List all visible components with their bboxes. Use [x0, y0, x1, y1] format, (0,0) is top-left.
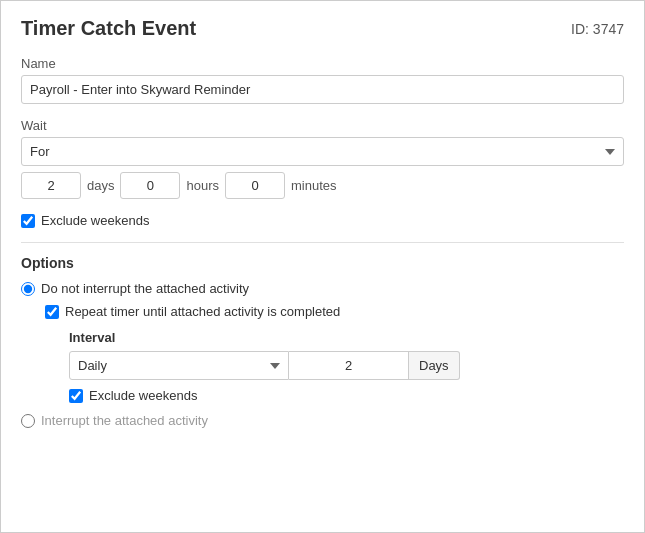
options-section: Options Do not interrupt the attached ac… — [21, 255, 624, 428]
exclude-weekends2-label: Exclude weekends — [89, 388, 197, 403]
name-label: Name — [21, 56, 624, 71]
days-input[interactable] — [21, 172, 81, 199]
exclude-weekends2-checkbox[interactable] — [69, 389, 83, 403]
exclude-weekends-label: Exclude weekends — [41, 213, 149, 228]
radio1-label: Do not interrupt the attached activity — [41, 281, 249, 296]
divider — [21, 242, 624, 243]
repeat-checkbox-row: Repeat timer until attached activity is … — [45, 304, 624, 319]
radio-no-interrupt[interactable] — [21, 282, 35, 296]
duration-row: days hours minutes — [21, 172, 624, 199]
wait-section: Wait For Until days hours minutes — [21, 118, 624, 199]
interval-number-input[interactable] — [289, 351, 409, 380]
exclude-weekends2-row: Exclude weekends — [69, 388, 624, 403]
header: Timer Catch Event ID: 3747 — [21, 17, 624, 40]
interval-block: Interval Daily Weekly Monthly Days Exclu… — [69, 329, 624, 403]
radio1-row: Do not interrupt the attached activity — [21, 281, 624, 296]
hours-label: hours — [186, 178, 219, 193]
minutes-input[interactable] — [225, 172, 285, 199]
id-label: ID: 3747 — [571, 21, 624, 37]
name-input[interactable] — [21, 75, 624, 104]
interval-row: Daily Weekly Monthly Days — [69, 351, 624, 380]
hours-input[interactable] — [120, 172, 180, 199]
options-title: Options — [21, 255, 624, 271]
days-label: days — [87, 178, 114, 193]
page-title: Timer Catch Event — [21, 17, 196, 40]
interval-label: Interval — [69, 330, 115, 345]
exclude-weekends-row: Exclude weekends — [21, 213, 624, 228]
name-section: Name — [21, 56, 624, 104]
interval-select[interactable]: Daily Weekly Monthly — [69, 351, 289, 380]
exclude-weekends-checkbox[interactable] — [21, 214, 35, 228]
radio2-label: Interrupt the attached activity — [41, 413, 208, 428]
wait-select[interactable]: For Until — [21, 137, 624, 166]
minutes-label: minutes — [291, 178, 337, 193]
timer-catch-event-panel: Timer Catch Event ID: 3747 Name Wait For… — [0, 0, 645, 533]
interval-unit-label: Days — [409, 351, 460, 380]
radio2-row: Interrupt the attached activity — [21, 413, 624, 428]
interval-label-row: Interval — [69, 329, 624, 345]
repeat-label: Repeat timer until attached activity is … — [65, 304, 340, 319]
radio-interrupt[interactable] — [21, 414, 35, 428]
repeat-checkbox[interactable] — [45, 305, 59, 319]
indent-block: Repeat timer until attached activity is … — [45, 304, 624, 403]
wait-label: Wait — [21, 118, 624, 133]
